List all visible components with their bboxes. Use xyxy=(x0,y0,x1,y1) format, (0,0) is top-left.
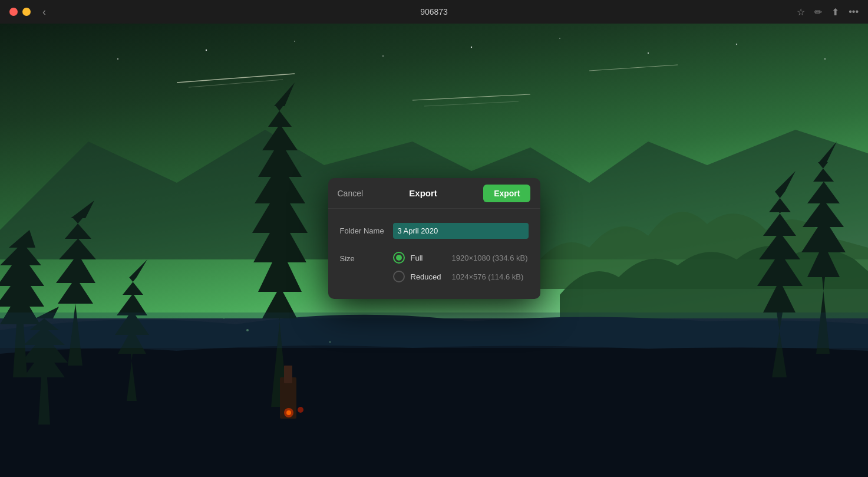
export-button[interactable]: Export xyxy=(483,185,530,202)
size-reduced-label: Reduced xyxy=(411,272,446,281)
export-dialog: Cancel Export Export Folder Name Size xyxy=(328,178,540,299)
folder-name-label: Folder Name xyxy=(340,226,393,235)
cancel-button[interactable]: Cancel xyxy=(338,189,364,198)
dialog-overlay: Cancel Export Export Folder Name Size xyxy=(0,0,868,477)
size-full-info: 1920×1080 (334.6 kB) xyxy=(452,254,528,262)
size-section: Size Full 1920×1080 (334.6 kB) Reduced xyxy=(340,252,529,282)
size-reduced-info: 1024×576 (114.6 kB) xyxy=(452,272,524,281)
folder-name-row: Folder Name xyxy=(340,223,529,239)
dialog-title: Export xyxy=(409,188,437,198)
radio-reduced[interactable] xyxy=(393,271,405,282)
size-label: Size xyxy=(340,252,393,263)
size-full-label: Full xyxy=(411,254,446,262)
size-options: Full 1920×1080 (334.6 kB) Reduced 1024×5… xyxy=(393,252,529,282)
size-option-reduced[interactable]: Reduced 1024×576 (114.6 kB) xyxy=(393,271,529,282)
dialog-body: Folder Name Size Full 1920×1080 (334.6 k… xyxy=(328,209,540,299)
radio-full-inner xyxy=(396,255,402,261)
radio-full[interactable] xyxy=(393,252,405,264)
folder-name-input[interactable] xyxy=(393,223,529,239)
size-option-full[interactable]: Full 1920×1080 (334.6 kB) xyxy=(393,252,529,264)
dialog-header: Cancel Export Export xyxy=(328,178,540,209)
